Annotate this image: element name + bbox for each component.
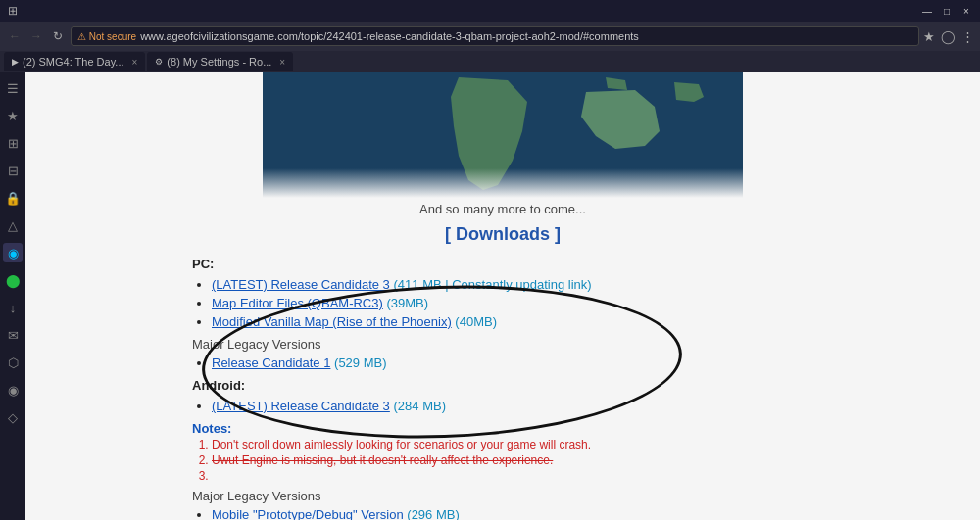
tab-close-settings[interactable]: × [279,57,285,68]
left-sidebar: ☰ ★ ⊞ ⊟ 🔒 △ ◉ ⬤ ↓ ✉ ⬡ ◉ ◇ [0,72,25,520]
rc1-size: (529 MB) [334,355,386,370]
sidebar-icon-download[interactable]: ↓ [3,298,23,317]
browser-action-icons: ★ ◯ ⋮ [923,29,974,44]
major-legacy-label: Major Legacy Versions [192,337,960,352]
settings-icon[interactable]: ⋮ [961,29,974,44]
vanilla-map-size: (40MB) [455,314,497,329]
list-item: (LATEST) Release Candidate 3 (411 MB | C… [212,277,960,292]
content-wrapper: And so many more to come... [ Downloads … [25,72,980,520]
notes-section: Notes: Don't scroll down aimlessly looki… [192,421,960,483]
tab-settings[interactable]: ⚙ (8) My Settings - Ro... × [147,52,293,71]
back-button[interactable]: ← [6,27,24,45]
list-item: Mobile "Prototype/Debug" Version (296 MB… [212,507,960,520]
maximize-button[interactable]: □ [941,5,953,17]
sidebar-icon-star[interactable]: ★ [3,106,23,125]
android-label: Android: [192,378,960,393]
url-text: www.ageofcivilizationsgame.com/topic/242… [140,30,639,42]
forward-button[interactable]: → [27,27,45,45]
sidebar-icon-menu[interactable]: ☰ [3,78,23,98]
notes-label: Notes: [192,421,231,436]
window-controls: — □ × [921,5,972,17]
sidebar-icon-hex[interactable]: ⬡ [3,353,23,372]
android-section: Android: (LATEST) Release Candidate 3 (2… [192,378,960,520]
major-legacy-android-label: Major Legacy Versions [192,489,960,503]
tab-label-smg4: (2) SMG4: The Day... [23,56,124,68]
sidebar-icon-triangle[interactable]: △ [3,215,23,235]
sidebar-icon-minus[interactable]: ⊟ [3,161,23,180]
profile-icon[interactable]: ◯ [941,29,956,44]
browser-toolbar: ← → ↻ ⚠ Not secure www.ageofcivilization… [0,22,980,51]
map-editor-link[interactable]: Map Editor Files (QBAM-RC3) [212,296,383,310]
close-button[interactable]: × [960,5,972,17]
vanilla-map-link[interactable]: Modified Vanilla Map (Rise of the Phoeni… [212,314,452,329]
sidebar-icon-grid[interactable]: ⊞ [3,133,23,153]
list-item: Map Editor Files (QBAM-RC3) (39MB) [212,296,960,310]
notes-list: Don't scroll down aimlessly looking for … [192,438,960,483]
tab-label-settings: (8) My Settings - Ro... [167,56,271,68]
mobile-size: (296 MB) [407,507,459,520]
android-rc3-link[interactable]: (LATEST) Release Candidate 3 [212,399,390,413]
pc-section: PC: (LATEST) Release Candidate 3 (411 MB… [192,257,960,370]
tab-icon-settings: ⚙ [155,57,163,67]
address-bar[interactable]: ⚠ Not secure www.ageofcivilizationsgame.… [71,26,919,46]
sidebar-icon-diamond[interactable]: ◇ [3,407,23,427]
rc1-link[interactable]: Release Candidate 1 [212,355,330,370]
mobile-download-list: Mobile "Prototype/Debug" Version (296 MB… [192,507,960,520]
rc3-size: (411 MB | Constantly updating link) [393,277,591,292]
tab-close-smg4[interactable]: × [132,57,138,68]
sidebar-icon-messenger[interactable]: ◉ [3,243,23,262]
not-secure-icon: ⚠ Not secure [77,31,136,42]
list-item: (LATEST) Release Candidate 3 (284 MB) [212,399,960,413]
tagline-text: And so many more to come... [45,202,960,216]
sidebar-icon-mail[interactable]: ✉ [3,325,23,345]
note-item-2: Uwut Engine is missing, but it doesn't r… [212,453,960,467]
note-item-1: Don't scroll down aimlessly looking for … [212,438,960,451]
bookmark-icon[interactable]: ★ [923,29,935,44]
tabs-bar: ▶ (2) SMG4: The Day... × ⚙ (8) My Settin… [0,51,980,72]
main-content: And so many more to come... [ Downloads … [25,72,980,520]
rc3-latest-link[interactable]: (LATEST) Release Candidate 3 [212,277,390,292]
downloads-header: [ Downloads ] [45,224,960,245]
map-editor-size: (39MB) [386,296,428,310]
sidebar-icon-dot[interactable]: ◉ [3,380,23,400]
sidebar-icon-circle-green[interactable]: ⬤ [3,270,23,290]
webpage: And so many more to come... [ Downloads … [25,72,980,520]
sidebar-icon-lock[interactable]: 🔒 [3,188,23,208]
list-item: Release Candidate 1 (529 MB) [212,355,960,370]
android-download-list: (LATEST) Release Candidate 3 (284 MB) [192,399,960,413]
tab-icon-smg4: ▶ [12,57,19,67]
legacy-download-list: Release Candidate 1 (529 MB) [192,355,960,370]
minimize-button[interactable]: — [921,5,933,17]
list-item: Modified Vanilla Map (Rise of the Phoeni… [212,314,960,329]
header-image [263,72,743,198]
pc-label: PC: [192,257,960,271]
reload-button[interactable]: ↻ [49,27,67,45]
note-item-3 [212,469,960,483]
title-bar: ⊞ — □ × [0,0,980,22]
tab-smg4[interactable]: ▶ (2) SMG4: The Day... × [4,52,145,71]
mobile-link[interactable]: Mobile "Prototype/Debug" Version [212,507,404,520]
pc-download-list: (LATEST) Release Candidate 3 (411 MB | C… [192,277,960,329]
page-body: And so many more to come... [ Downloads … [25,198,980,520]
android-rc3-size: (284 MB) [393,399,446,413]
app-icon: ⊞ [8,4,18,18]
title-bar-left: ⊞ [8,4,24,18]
